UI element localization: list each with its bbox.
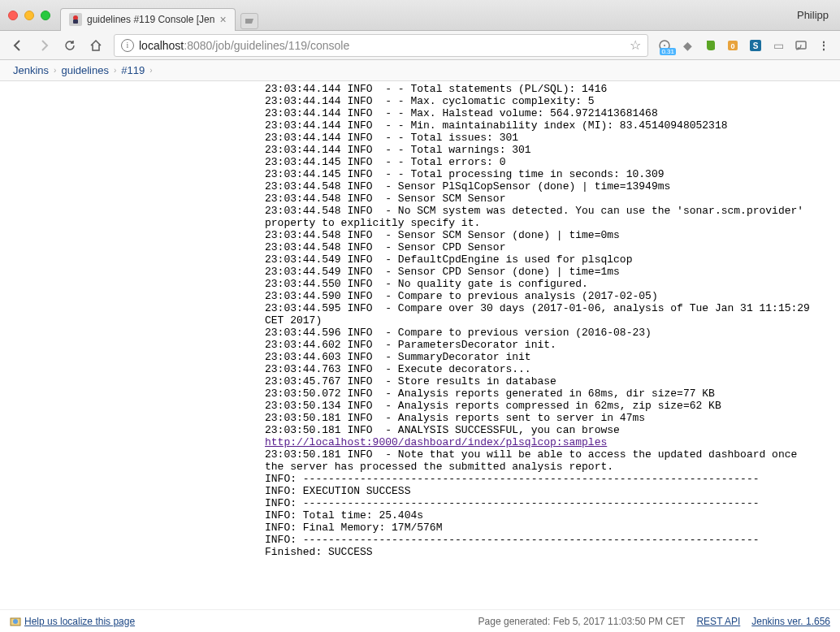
extension-badge: 0.31 xyxy=(660,48,676,55)
url-path: /job/guidelines/119/console xyxy=(212,39,349,52)
jenkins-version-link[interactable]: Jenkins ver. 1.656 xyxy=(751,616,830,627)
close-window-button[interactable] xyxy=(8,11,18,20)
rest-api-link[interactable]: REST API xyxy=(696,616,740,627)
browser-tab[interactable]: guidelines #119 Console [Jen × xyxy=(60,8,236,31)
localize-link[interactable]: Help us localize this page xyxy=(24,616,135,627)
svg-point-10 xyxy=(13,619,18,624)
svg-point-3 xyxy=(664,45,665,46)
console-output: 23:03:44.144 INFO - - Total statements (… xyxy=(0,81,840,558)
jenkins-favicon xyxy=(69,13,82,26)
extension-icon[interactable]: 0 xyxy=(725,37,741,54)
minimize-window-button[interactable] xyxy=(24,11,34,20)
url-host: localhost xyxy=(139,39,184,52)
evernote-extension-icon[interactable] xyxy=(702,37,718,54)
extension-icon[interactable]: ▭ xyxy=(770,37,786,54)
url-port: :8080 xyxy=(184,39,212,52)
breadcrumb-link[interactable]: #119 xyxy=(116,64,149,76)
extension-icon[interactable]: S xyxy=(747,37,764,54)
site-info-icon[interactable]: i xyxy=(121,39,134,52)
maximize-window-button[interactable] xyxy=(41,11,50,20)
extension-icon[interactable]: ◆ xyxy=(679,37,695,54)
tab-close-icon[interactable]: × xyxy=(219,13,226,26)
page-generated-text: Page generated: Feb 5, 2017 11:03:50 PM … xyxy=(478,616,686,627)
menu-icon[interactable]: ⋮ xyxy=(816,37,832,54)
globe-icon xyxy=(10,616,21,627)
svg-rect-1 xyxy=(73,19,78,24)
svg-text:0: 0 xyxy=(730,42,734,50)
breadcrumb-link[interactable]: Jenkins xyxy=(8,64,54,76)
console-text: 23:03:44.144 INFO - - Total statements (… xyxy=(265,83,840,558)
new-tab-button[interactable] xyxy=(240,13,258,29)
svg-text:S: S xyxy=(753,41,759,50)
window-controls xyxy=(8,11,50,20)
url-bar[interactable]: i localhost:8080/job/guidelines/119/cons… xyxy=(114,34,648,57)
cast-icon[interactable] xyxy=(793,37,809,54)
sonar-dashboard-link[interactable]: http://localhost:9000/dashboard/index/pl… xyxy=(265,436,607,448)
breadcrumb: Jenkins › guidelines › #119 › xyxy=(0,60,840,81)
page-footer: Help us localize this page Page generate… xyxy=(0,609,840,632)
footer-left: Help us localize this page xyxy=(10,616,135,627)
chevron-right-icon: › xyxy=(149,66,152,75)
browser-titlebar: guidelines #119 Console [Jen × Philipp xyxy=(0,0,840,31)
browser-profile[interactable]: Philipp xyxy=(797,9,832,21)
back-button[interactable] xyxy=(6,34,29,57)
breadcrumb-link[interactable]: guidelines xyxy=(56,64,114,76)
tab-title: guidelines #119 Console [Jen xyxy=(87,14,214,25)
footer-right: Page generated: Feb 5, 2017 11:03:50 PM … xyxy=(478,616,830,627)
forward-button[interactable] xyxy=(32,34,55,57)
browser-toolbar: i localhost:8080/job/guidelines/119/cons… xyxy=(0,31,840,60)
bookmark-star-icon[interactable]: ☆ xyxy=(630,37,641,53)
home-button[interactable] xyxy=(84,34,107,57)
extension-icon[interactable]: 0.31 xyxy=(656,37,673,54)
reload-button[interactable] xyxy=(58,34,81,57)
